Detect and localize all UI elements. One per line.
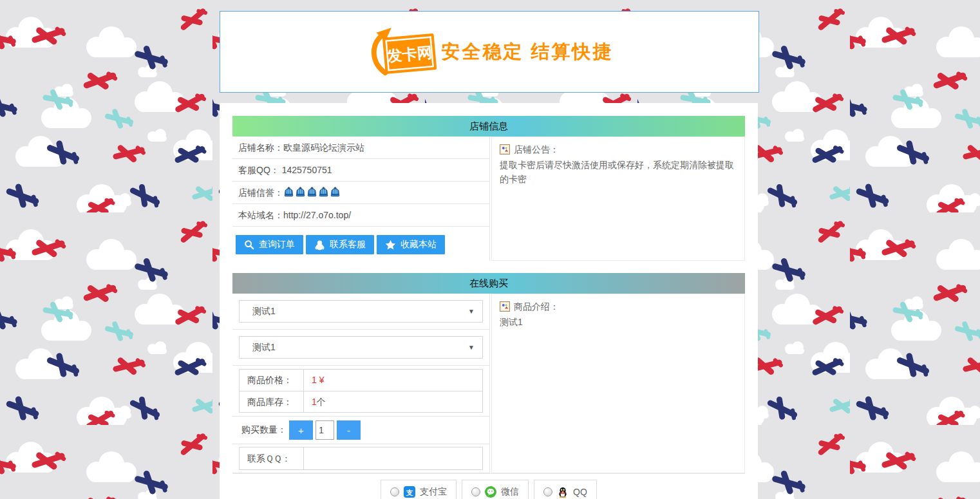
product-select-row: 测试1 ▼ xyxy=(232,330,489,366)
shop-action-buttons: 查询订单 联系客服 收藏本站 xyxy=(232,227,489,261)
contact-service-label: 联系客服 xyxy=(330,239,366,250)
shop-info-header: 店铺信息 xyxy=(232,116,745,137)
shop-name-row: 店铺名称：欧皇源码论坛演示站 xyxy=(232,137,489,159)
quantity-input[interactable] xyxy=(316,420,334,440)
contact-qq-box: 联系ＱＱ： xyxy=(239,447,483,470)
stock-unit: 个 xyxy=(317,397,326,407)
stock-label: 商品库存： xyxy=(240,391,304,412)
category-select-value: 测试1 xyxy=(252,306,468,317)
contact-qq-label: 联系ＱＱ： xyxy=(240,447,304,469)
shop-notice-title-row: 店铺公告： xyxy=(500,142,737,156)
faka-logo-icon: 发卡网 xyxy=(365,26,437,79)
alipay-radio[interactable] xyxy=(390,487,399,496)
domain-value: http://27.o7o.top/ xyxy=(283,210,351,220)
image-placeholder-icon xyxy=(500,144,510,155)
star-icon xyxy=(385,240,396,250)
domain-label: 本站域名： xyxy=(238,210,283,220)
reputation-label: 店铺信誉： xyxy=(238,187,283,198)
quantity-increase-button[interactable]: + xyxy=(289,420,313,440)
site-header: 发卡网 安全稳定 结算快捷 xyxy=(220,11,759,93)
contact-service-button[interactable]: 联系客服 xyxy=(306,235,374,254)
service-qq-label: 客服QQ： xyxy=(238,165,279,175)
price-label: 商品价格： xyxy=(240,370,304,391)
crown-icon xyxy=(318,187,329,198)
stock-row: 商品库存： 1个 xyxy=(240,391,482,412)
stock-value: 1个 xyxy=(304,391,326,412)
product-select[interactable]: 测试1 ▼ xyxy=(239,336,483,359)
search-icon xyxy=(244,240,254,250)
price-value: 1 ¥ xyxy=(304,370,324,391)
quantity-row: 购买数量： + - xyxy=(232,417,489,444)
purchase-left: 测试1 ▼ 测试1 ▼ 商品价格： 1 ¥ xyxy=(232,294,490,473)
contact-qq-row: 联系ＱＱ： xyxy=(232,444,489,473)
alipay-label: 支付宝 xyxy=(420,486,447,498)
contact-qq-input[interactable] xyxy=(304,447,482,469)
chevron-down-icon: ▼ xyxy=(468,308,475,315)
shop-info-section: 店铺名称：欧皇源码论坛演示站 客服QQ： 1425750751 店铺信誉： 本站… xyxy=(232,137,745,261)
alipay-icon: 支 xyxy=(404,486,415,498)
shop-notice-panel: 店铺公告： 提取卡密后请尽快激活使用或保存好，系统定期清除被提取的卡密 xyxy=(491,137,745,261)
page: 发卡网 安全稳定 结算快捷 店铺信息 店铺名称：欧皇源码论坛演示站 客服QQ： … xyxy=(0,0,980,499)
domain-row: 本站域名：http://27.o7o.top/ xyxy=(232,204,489,227)
site-logo: 发卡网 安全稳定 结算快捷 xyxy=(365,26,613,79)
payment-option-alipay[interactable]: 支 支付宝 xyxy=(381,480,457,499)
image-placeholder-icon xyxy=(500,301,510,312)
wechat-icon xyxy=(485,486,496,498)
service-qq-row: 客服QQ： 1425750751 xyxy=(232,159,489,182)
product-intro-title-row: 商品介绍： xyxy=(500,299,737,314)
purchase-header: 在线购买 xyxy=(232,273,745,294)
shop-name-value: 欧皇源码论坛演示站 xyxy=(283,142,364,153)
shop-notice-title: 店铺公告： xyxy=(514,142,559,156)
category-select-row: 测试1 ▼ xyxy=(232,294,489,330)
shop-info-left: 店铺名称：欧皇源码论坛演示站 客服QQ： 1425750751 店铺信誉： 本站… xyxy=(232,137,490,261)
payment-option-qq[interactable]: QQ xyxy=(534,480,597,499)
qq-label: QQ xyxy=(573,487,587,497)
price-number: 1 xyxy=(312,375,317,385)
product-intro-text: 测试1 xyxy=(500,315,737,329)
quantity-decrease-button[interactable]: - xyxy=(337,420,361,440)
query-order-button[interactable]: 查询订单 xyxy=(236,235,303,254)
svg-text:支: 支 xyxy=(406,489,414,496)
section-gap xyxy=(232,261,745,273)
purchase-section: 测试1 ▼ 测试1 ▼ 商品价格： 1 ¥ xyxy=(232,294,745,473)
query-order-label: 查询订单 xyxy=(259,239,295,250)
bookmark-site-button[interactable]: 收藏本站 xyxy=(377,235,445,254)
qq-radio[interactable] xyxy=(543,487,552,496)
shop-name-label: 店铺名称： xyxy=(238,142,283,153)
bookmark-site-label: 收藏本站 xyxy=(400,239,437,250)
price-stock-row: 商品价格： 1 ¥ 商品库存： 1个 xyxy=(232,366,489,417)
payment-option-wechat[interactable]: 微信 xyxy=(462,480,529,499)
product-select-value: 测试1 xyxy=(252,342,468,353)
main-panel: 店铺信息 店铺名称：欧皇源码论坛演示站 客服QQ： 1425750751 店铺信… xyxy=(220,103,758,499)
crown-icon xyxy=(330,187,341,198)
quantity-label: 购买数量： xyxy=(241,424,289,436)
service-qq-value: 1425750751 xyxy=(282,165,332,175)
price-stock-table: 商品价格： 1 ¥ 商品库存： 1个 xyxy=(239,369,483,413)
stock-number: 1 xyxy=(312,397,317,407)
shop-notice-text: 提取卡密后请尽快激活使用或保存好，系统定期清除被提取的卡密 xyxy=(500,158,737,186)
crown-icon xyxy=(306,187,317,198)
price-row: 商品价格： 1 ¥ xyxy=(240,370,482,391)
qq-icon xyxy=(557,486,569,498)
category-select[interactable]: 测试1 ▼ xyxy=(239,300,483,323)
payment-methods-row: 支 支付宝 微信 QQ xyxy=(232,473,745,499)
crown-icon xyxy=(295,187,306,198)
price-unit: ¥ xyxy=(319,375,325,385)
reputation-row: 店铺信誉： xyxy=(232,182,489,204)
wechat-label: 微信 xyxy=(501,486,519,498)
qq-contact-icon xyxy=(314,240,325,250)
chevron-down-icon: ▼ xyxy=(468,344,475,351)
product-intro-title: 商品介绍： xyxy=(514,299,559,314)
product-intro-panel: 商品介绍： 测试1 xyxy=(491,294,745,473)
crown-icon xyxy=(283,187,294,198)
wechat-radio[interactable] xyxy=(471,487,480,496)
site-slogan: 安全稳定 结算快捷 xyxy=(441,39,613,65)
